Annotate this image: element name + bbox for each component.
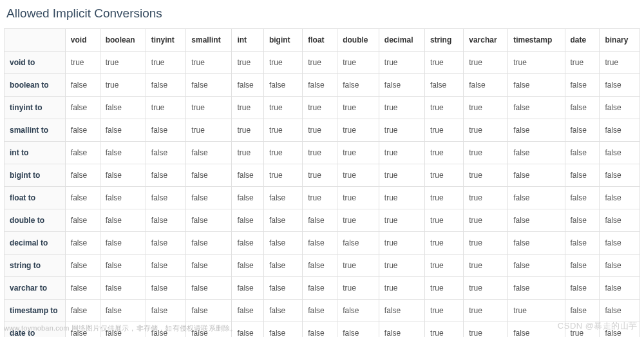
table-cell: false bbox=[303, 255, 337, 277]
table-cell: false bbox=[508, 255, 565, 277]
table-cell: true bbox=[379, 209, 424, 232]
table-cell: false bbox=[146, 300, 185, 322]
table-cell: false bbox=[232, 209, 264, 232]
table-cell: false bbox=[146, 74, 185, 97]
table-cell: false bbox=[600, 277, 640, 300]
row-label: smallint to bbox=[5, 119, 66, 142]
table-cell: true bbox=[263, 97, 302, 119]
table-cell: true bbox=[464, 209, 508, 232]
table-cell: true bbox=[337, 142, 379, 164]
table-cell: false bbox=[600, 187, 640, 209]
table-cell: false bbox=[232, 187, 264, 209]
row-label: timestamp to bbox=[5, 300, 66, 322]
header-double: double bbox=[337, 29, 379, 52]
table-cell: false bbox=[186, 74, 232, 97]
table-cell: false bbox=[65, 277, 100, 300]
header-int: int bbox=[232, 29, 264, 52]
row-label: boolean to bbox=[5, 74, 66, 97]
table-cell: false bbox=[146, 187, 185, 209]
header-boolean: boolean bbox=[100, 29, 146, 52]
table-cell: true bbox=[337, 119, 379, 142]
row-label: decimal to bbox=[5, 232, 66, 255]
table-cell: true bbox=[146, 97, 185, 119]
table-cell: false bbox=[100, 209, 146, 232]
table-cell: false bbox=[565, 142, 600, 164]
table-cell: false bbox=[565, 119, 600, 142]
table-cell: false bbox=[186, 164, 232, 187]
table-cell: false bbox=[186, 187, 232, 209]
table-row: void totruetruetruetruetruetruetruetruet… bbox=[5, 52, 640, 74]
table-cell: false bbox=[508, 232, 565, 255]
table-row: timestamp tofalsefalsefalsefalsefalsefal… bbox=[5, 300, 640, 322]
table-cell: true bbox=[379, 119, 424, 142]
table-cell: true bbox=[464, 97, 508, 119]
table-cell: true bbox=[232, 119, 264, 142]
table-cell: false bbox=[232, 74, 264, 97]
table-cell: false bbox=[186, 142, 232, 164]
header-float: float bbox=[303, 29, 337, 52]
table-cell: false bbox=[186, 300, 232, 322]
table-cell: false bbox=[379, 300, 424, 322]
table-cell: false bbox=[100, 255, 146, 277]
row-label: double to bbox=[5, 209, 66, 232]
table-cell: false bbox=[508, 119, 565, 142]
table-cell: true bbox=[100, 52, 146, 74]
table-row: boolean tofalsetruefalsefalsefalsefalsef… bbox=[5, 74, 640, 97]
table-cell: false bbox=[600, 97, 640, 119]
row-label: varchar to bbox=[5, 277, 66, 300]
table-cell: false bbox=[100, 277, 146, 300]
table-cell: false bbox=[100, 232, 146, 255]
header-string: string bbox=[424, 29, 463, 52]
table-cell: true bbox=[464, 322, 508, 338]
table-cell: false bbox=[508, 164, 565, 187]
table-cell: false bbox=[508, 277, 565, 300]
table-body: void totruetruetruetruetruetruetruetruet… bbox=[5, 52, 640, 338]
table-cell: true bbox=[303, 142, 337, 164]
table-cell: true bbox=[303, 164, 337, 187]
table-cell: true bbox=[303, 52, 337, 74]
table-cell: false bbox=[565, 232, 600, 255]
table-cell: false bbox=[100, 300, 146, 322]
table-cell: false bbox=[232, 300, 264, 322]
table-cell: false bbox=[424, 74, 463, 97]
table-row: int tofalsefalsefalsefalsetruetruetruetr… bbox=[5, 142, 640, 164]
table-cell: false bbox=[100, 97, 146, 119]
header-date: date bbox=[565, 29, 600, 52]
table-cell: false bbox=[65, 119, 100, 142]
table-cell: true bbox=[263, 164, 302, 187]
table-cell: false bbox=[263, 277, 302, 300]
table-cell: false bbox=[100, 119, 146, 142]
table-cell: true bbox=[337, 255, 379, 277]
table-cell: false bbox=[565, 277, 600, 300]
table-row: float tofalsefalsefalsefalsefalsefalsetr… bbox=[5, 187, 640, 209]
table-cell: false bbox=[303, 232, 337, 255]
header-binary: binary bbox=[600, 29, 640, 52]
table-cell: true bbox=[186, 97, 232, 119]
table-cell: false bbox=[146, 232, 185, 255]
table-cell: false bbox=[186, 232, 232, 255]
table-cell: false bbox=[65, 232, 100, 255]
table-cell: true bbox=[379, 164, 424, 187]
table-cell: false bbox=[303, 209, 337, 232]
table-cell: false bbox=[303, 74, 337, 97]
table-cell: false bbox=[65, 142, 100, 164]
table-cell: true bbox=[424, 187, 463, 209]
table-cell: false bbox=[186, 209, 232, 232]
table-cell: false bbox=[232, 164, 264, 187]
table-cell: true bbox=[337, 164, 379, 187]
table-cell: false bbox=[232, 277, 264, 300]
table-cell: true bbox=[424, 97, 463, 119]
table-cell: true bbox=[424, 277, 463, 300]
table-cell: false bbox=[600, 255, 640, 277]
table-cell: true bbox=[424, 209, 463, 232]
table-cell: false bbox=[600, 119, 640, 142]
page-title: Allowed Implicit Conversions bbox=[4, 6, 640, 21]
table-cell: false bbox=[508, 74, 565, 97]
table-cell: true bbox=[337, 209, 379, 232]
table-cell: true bbox=[464, 232, 508, 255]
header-smallint: smallint bbox=[186, 29, 232, 52]
table-cell: false bbox=[263, 255, 302, 277]
table-cell: true bbox=[337, 52, 379, 74]
table-cell: true bbox=[424, 119, 463, 142]
row-label: float to bbox=[5, 187, 66, 209]
